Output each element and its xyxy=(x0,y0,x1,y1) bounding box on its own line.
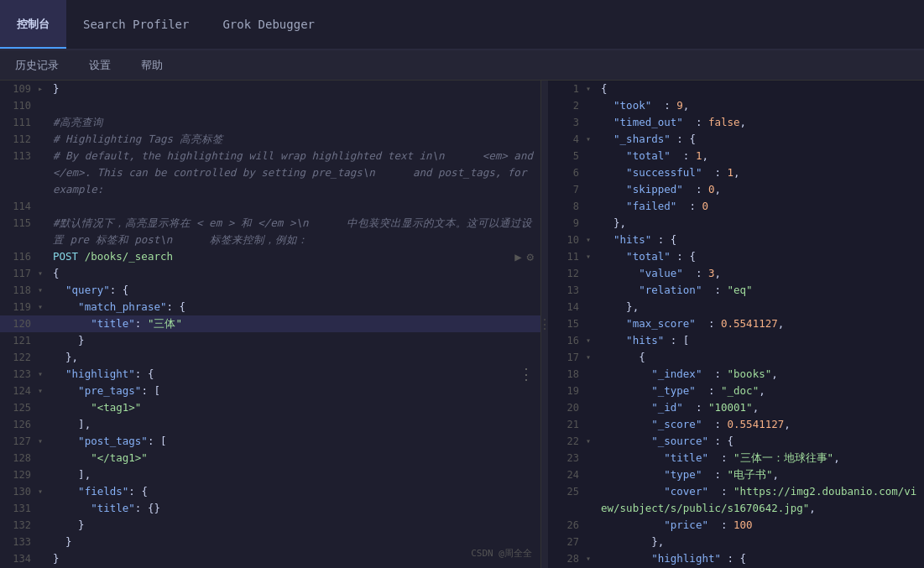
line-content: }, xyxy=(598,299,924,315)
right-line-4: 4▾ "_shards" : { xyxy=(548,131,924,148)
line-number: 129 xyxy=(0,466,38,483)
line-content: "fields": { xyxy=(50,483,540,500)
left-line-111: 111#高亮查询 xyxy=(0,114,540,131)
app-container: 控制台 Search Profiler Grok Debugger 历史记录 设… xyxy=(0,0,924,568)
line-content: "value" : 3, xyxy=(598,265,924,282)
nav-item-history[interactable]: 历史记录 xyxy=(8,55,65,76)
right-line-20: 20 "_id" : "10001", xyxy=(548,399,924,416)
right-line-1: 1▾{ xyxy=(548,81,924,97)
right-line-24: 24 "type" : "电子书", xyxy=(548,466,924,483)
right-line-16: 16▾ "hits" : [ xyxy=(548,332,924,349)
fold-icon[interactable]: ▾ xyxy=(38,366,50,383)
watermark: CSDN @周全全 xyxy=(471,547,532,560)
left-line-122: 122 }, xyxy=(0,349,540,366)
nav-item-console[interactable]: 控制台 xyxy=(0,0,66,49)
line-content: "title": "三体" xyxy=(50,315,540,332)
line-number: 20 xyxy=(548,399,586,416)
fold-icon[interactable]: ▾ xyxy=(586,248,598,265)
line-content: ], xyxy=(50,466,540,483)
line-content: "</tag1>" xyxy=(50,450,540,466)
right-code-editor[interactable]: 1▾{2 "took" : 9,3 "timed_out" : false,4▾… xyxy=(548,81,924,568)
line-content: "failed" : 0 xyxy=(598,198,924,215)
line-content: "post_tags": [ xyxy=(50,433,540,450)
panel-divider[interactable]: ⋮ xyxy=(541,81,548,568)
line-number: 131 xyxy=(0,500,38,517)
line-content: { xyxy=(598,81,924,97)
fold-icon[interactable]: ▾ xyxy=(586,349,598,366)
line-content: "_source" : { xyxy=(598,433,924,450)
run-icon[interactable]: ▶ xyxy=(514,248,521,265)
nav-item-search-profiler[interactable]: Search Profiler xyxy=(66,0,206,49)
line-content: "pre_tags": [ xyxy=(50,383,540,399)
left-panel: 109▸}110111#高亮查询112# Highlighting Tags 高… xyxy=(0,81,541,568)
line-number: 21 xyxy=(548,416,586,433)
line-number: 14 xyxy=(548,299,586,315)
line-content: "highlight": { xyxy=(50,366,540,383)
fold-icon[interactable]: ▾ xyxy=(586,81,598,97)
line-content: { xyxy=(50,265,540,282)
right-line-14: 14 }, xyxy=(548,299,924,315)
line-number: 122 xyxy=(0,349,38,366)
line-content: "hits" : [ xyxy=(598,332,924,349)
right-line-9: 9 }, xyxy=(548,215,924,232)
right-line-15: 15 "max_score" : 0.5541127, xyxy=(548,315,924,332)
fold-icon[interactable]: ▾ xyxy=(586,131,598,148)
right-line-28: 28▾ "highlight" : { xyxy=(548,550,924,567)
line-number: 22 xyxy=(548,433,586,450)
left-line-120: 120 "title": "三体" xyxy=(0,315,540,332)
left-line-112: 112# Highlighting Tags 高亮标签 xyxy=(0,131,540,148)
nav-item-help[interactable]: 帮助 xyxy=(134,55,170,76)
line-content: # By default, the highlighting will wrap… xyxy=(50,148,540,198)
fold-icon[interactable]: ▾ xyxy=(38,282,50,299)
left-code-editor[interactable]: 109▸}110111#高亮查询112# Highlighting Tags 高… xyxy=(0,81,540,568)
second-nav: 历史记录 设置 帮助 xyxy=(0,50,924,81)
left-line-123: 123▾ "highlight": {⋮ xyxy=(0,366,540,383)
line-number: 134 xyxy=(0,550,38,567)
line-number: 133 xyxy=(0,534,38,550)
line-number: 110 xyxy=(0,97,38,114)
left-line-110: 110 xyxy=(0,97,540,114)
line-content: "title": {} xyxy=(50,500,540,517)
left-line-134: 134} xyxy=(0,550,540,567)
line-number: 113 xyxy=(0,148,38,164)
line-content: } xyxy=(50,534,540,550)
left-line-133: 133 } xyxy=(0,534,540,550)
right-line-21: 21 "_score" : 0.5541127, xyxy=(548,416,924,433)
fold-icon[interactable]: ▾ xyxy=(586,550,598,567)
line-content: } xyxy=(50,332,540,349)
line-number: 26 xyxy=(548,517,586,534)
fold-icon[interactable]: ▾ xyxy=(586,332,598,349)
fold-icon[interactable]: ▾ xyxy=(38,433,50,450)
fold-icon[interactable]: ▾ xyxy=(586,232,598,248)
fold-icon[interactable]: ▾ xyxy=(38,299,50,315)
right-line-13: 13 "relation" : "eq" xyxy=(548,282,924,299)
line-number: 27 xyxy=(548,534,586,550)
fold-icon[interactable]: ▾ xyxy=(38,265,50,282)
fold-icon[interactable]: ▾ xyxy=(38,483,50,500)
fold-icon[interactable]: ▸ xyxy=(38,81,50,97)
more-icon[interactable]: ⋮ xyxy=(519,366,534,383)
right-line-5: 5 "total" : 1, xyxy=(548,148,924,164)
nav-item-settings[interactable]: 设置 xyxy=(82,55,117,76)
line-content: "type" : "电子书", xyxy=(598,466,924,483)
right-line-25: 25 "cover" : "https://img2.doubanio.com/… xyxy=(548,483,924,517)
line-content: "query": { xyxy=(50,282,540,299)
right-line-27: 27 }, xyxy=(548,534,924,550)
left-line-115: 115#默认情况下，高亮显示将在 < em > 和 </em >\n 中包装突出… xyxy=(0,215,540,248)
line-content: "_id" : "10001", xyxy=(598,399,924,416)
left-line-128: 128 "</tag1>" xyxy=(0,450,540,466)
line-number: 15 xyxy=(548,315,586,332)
nav-item-grok-debugger[interactable]: Grok Debugger xyxy=(206,0,331,49)
fold-icon[interactable]: ▾ xyxy=(38,383,50,399)
line-number: 23 xyxy=(548,450,586,466)
line-number: 9 xyxy=(548,215,586,232)
line-number: 111 xyxy=(0,114,38,131)
line-number: 112 xyxy=(0,131,38,148)
fold-icon[interactable]: ▾ xyxy=(586,433,598,450)
right-line-8: 8 "failed" : 0 xyxy=(548,198,924,215)
line-number: 16 xyxy=(548,332,586,349)
wrench-icon[interactable]: ⚙ xyxy=(527,248,534,265)
line-content: "successful" : 1, xyxy=(598,164,924,181)
more-actions: ⋮ xyxy=(519,366,534,383)
line-number: 115 xyxy=(0,215,38,232)
